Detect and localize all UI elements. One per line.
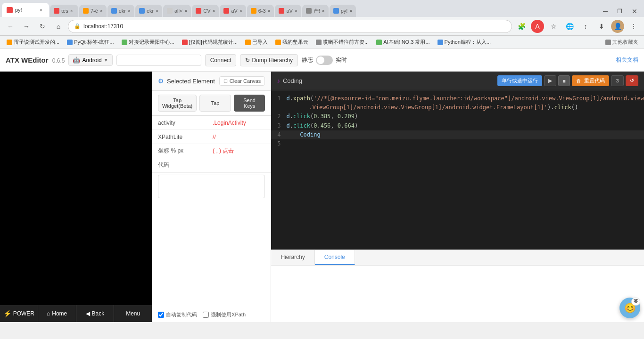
active-tab[interactable]: py! × (2, 3, 49, 17)
tab-close-10[interactable]: × (322, 8, 325, 14)
stop-button[interactable]: ■ (558, 75, 570, 86)
bookmark-6[interactable]: 哎哟不错往前方资... (313, 38, 372, 47)
auto-copy-checkbox-wrap[interactable]: 自动复制代码 (158, 311, 197, 318)
static-label: 静态 (302, 56, 313, 64)
tab-inactive-2[interactable]: 7-é × (79, 5, 107, 17)
search-input[interactable] (116, 55, 201, 66)
code-area[interactable] (158, 175, 265, 198)
refresh-btn[interactable]: ↻ (36, 20, 49, 33)
tab-close-6[interactable]: × (213, 8, 215, 14)
code-section-label: 代码 (152, 158, 271, 172)
clear-code-button[interactable]: ↺ (626, 75, 638, 86)
bookmark-0[interactable]: 雷子说测试开发的... (4, 38, 62, 47)
prop-key-coords: 坐标 % px (152, 144, 209, 158)
extensions-btn[interactable]: 🧩 (515, 20, 528, 33)
tab-console[interactable]: Console (315, 250, 355, 265)
forward-btn[interactable]: → (20, 20, 33, 33)
tab-inactive-1[interactable]: tes × (50, 5, 78, 17)
tab-close-active[interactable]: × (38, 7, 44, 13)
tab-close-inactive[interactable]: × (70, 8, 73, 14)
tab-inactive-7[interactable]: aV × (220, 5, 246, 17)
tab-close-9[interactable]: × (295, 8, 297, 14)
code-line-1b: .ViewGroup[1]/android.view.ViewGroup[1]/… (271, 103, 644, 112)
tab-close-11[interactable]: × (349, 8, 352, 14)
tab-inactive-5[interactable]: all< × (163, 5, 191, 17)
tab-close-5[interactable]: × (184, 8, 187, 14)
force-xpath-label: 强制使用XPath (211, 311, 246, 318)
chat-float-btn[interactable]: 😊 英 (619, 298, 640, 318)
tab-hierarchy[interactable]: Hierarchy (271, 250, 314, 265)
copy-button[interactable]: ⊙ (611, 75, 624, 86)
send-keys-label: Send Keys (243, 97, 256, 109)
tab-close-2[interactable]: × (100, 8, 103, 14)
home-footer-label: Home (52, 310, 67, 317)
home-btn[interactable]: ⌂ (52, 20, 65, 33)
device-selector[interactable]: 🤖 Android ▼ (68, 54, 112, 66)
menu-footer-btn[interactable]: Menu (114, 305, 152, 322)
tab-inactive-10[interactable]: 产! × (302, 5, 329, 17)
auto-copy-checkbox[interactable] (158, 312, 164, 318)
run-button[interactable]: 单行或选中运行 (497, 75, 542, 86)
app-version: 0.6.5 (52, 57, 65, 64)
bookmark-label-3: [仅阅]代码规范统计... (189, 39, 238, 46)
minimize-btn[interactable]: ─ (600, 6, 611, 17)
back-footer-btn[interactable]: ◀ Back (76, 305, 115, 322)
bookmark-7[interactable]: AI基础! NO.3 常用... (373, 38, 432, 47)
menu-btn[interactable]: ⋮ (627, 20, 640, 33)
bookmark-5[interactable]: 我的坚果云 (272, 38, 311, 47)
bookmark-3[interactable]: [仅阅]代码规范统计... (179, 38, 240, 47)
user-avatar-btn[interactable]: 👤 (611, 20, 624, 33)
download-btn[interactable]: ⬇ (595, 20, 608, 33)
tab-close-4[interactable]: × (156, 8, 158, 14)
tab-inactive-3[interactable]: ekr × (107, 5, 134, 17)
tab-inactive-9[interactable]: aV × (275, 5, 301, 17)
app-title: ATX WEditor (6, 56, 49, 64)
tap-button[interactable]: Tap (199, 95, 231, 112)
line-num-1: 1 (271, 94, 286, 103)
profile-btn[interactable]: A (531, 20, 544, 33)
props-panel: ⚙ Selected Element ☐ Clear Canvas Tap Wi… (152, 72, 271, 322)
force-xpath-checkbox-wrap[interactable]: 强制使用XPath (203, 311, 246, 318)
app-logo: ATX WEditor 0.6.5 (6, 56, 65, 64)
browser-icon-btn[interactable]: 🌐 (563, 20, 576, 33)
bookmark-1[interactable]: PyQt·标签-疯狂... (64, 38, 116, 47)
run-icon-btn[interactable]: ▶ (544, 75, 556, 86)
dump-hierarchy-button[interactable]: ↻ Dump Hierarchy (240, 54, 298, 66)
power-btn[interactable]: ⚡ POWER (0, 305, 38, 322)
tab-close-8[interactable]: × (268, 8, 271, 14)
bookmark-label-2: 对接记录囊阳中心... (129, 39, 174, 46)
connect-button[interactable]: Connect (205, 54, 237, 66)
auto-copy-label: 自动复制代码 (166, 311, 197, 318)
bookmark-4[interactable]: 已导入 (242, 38, 271, 47)
help-link[interactable]: 相关文档 (616, 56, 638, 64)
home-footer-icon: ⌂ (47, 310, 50, 317)
home-footer-btn[interactable]: ⌂ Home (38, 305, 76, 322)
bookmarks-more-btn[interactable]: 其他收藏夹 (603, 38, 640, 47)
bookmark-2[interactable]: 对接记录囊阳中心... (119, 38, 177, 47)
back-btn[interactable]: ← (4, 20, 17, 33)
clear-canvas-button[interactable]: ☐ Clear Canvas (219, 76, 265, 86)
device-screen[interactable] (0, 72, 152, 305)
bookmark-8[interactable]: Python编程：从入... (435, 38, 494, 47)
tab-inactive-6[interactable]: CV × (192, 5, 219, 17)
tab-inactive-11[interactable]: py! × (330, 5, 356, 17)
tap-widget-button[interactable]: Tap Widget(Beta) (158, 95, 197, 112)
restore-btn[interactable]: ❐ (614, 6, 625, 16)
address-bar[interactable]: 🔒 localhost:17310 (68, 20, 512, 33)
power-label: POWER (13, 310, 34, 317)
close-window-btn[interactable]: ✕ (629, 6, 640, 17)
code-editor[interactable]: 1 d.xpath('//*[@resource-id="com.meizu.f… (271, 90, 644, 250)
tab-close-3[interactable]: × (128, 8, 131, 14)
bookmark-icon-1 (67, 40, 73, 45)
props-footer: 自动复制代码 强制使用XPath (152, 307, 271, 322)
bookmark-btn[interactable]: ☆ (547, 20, 560, 33)
sync-btn[interactable]: ↕ (579, 20, 592, 33)
tab-close-7[interactable]: × (239, 8, 242, 14)
tab-inactive-more[interactable]: ekr × (135, 5, 162, 17)
send-keys-button[interactable]: Send Keys (234, 95, 265, 112)
mode-toggle[interactable] (316, 56, 333, 65)
tab-inactive-8[interactable]: 6-3 × (247, 5, 274, 17)
reset-button[interactable]: 🗑 重置代码 (572, 75, 609, 86)
force-xpath-checkbox[interactable] (203, 312, 209, 318)
line-content-2: d.click(0.385, 0.209) (286, 112, 644, 121)
